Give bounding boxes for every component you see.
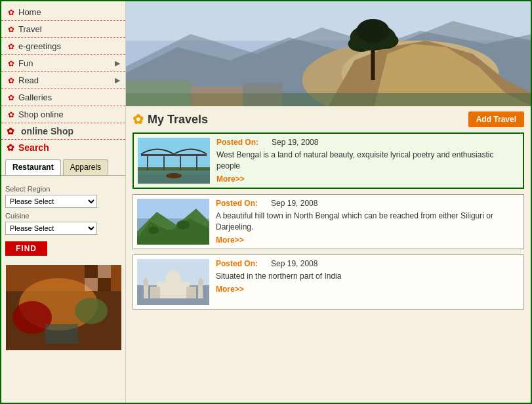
svg-rect-7 (98, 265, 111, 278)
posted-label-0: Posted On: (216, 138, 258, 147)
online-shop-icon: ✿ (7, 126, 14, 136)
cuisine-label: Cuisine (5, 212, 121, 220)
travel-desc-2: Situated in the northern part of India (216, 271, 520, 282)
more-link-1[interactable]: More>> (216, 235, 520, 245)
svg-point-22 (357, 19, 390, 43)
travel-title: ✿ My Travels (133, 111, 208, 127)
svg-point-47 (165, 270, 181, 290)
svg-rect-9 (98, 278, 111, 291)
travel-entry-1: Posted On: Sep 19, 2008 A beautiful hill… (133, 194, 524, 249)
map-svg (6, 265, 121, 350)
posted-on-row-2: Posted On: Sep 19, 2008 (216, 259, 520, 268)
nav-arrow-3: ▶ (115, 59, 120, 68)
more-link-0[interactable]: More>> (216, 174, 519, 184)
svg-point-53 (198, 278, 203, 286)
travel-desc-1: A beautiful hill town in North Bengal wh… (216, 211, 520, 233)
more-link-2[interactable]: More>> (216, 285, 520, 294)
region-label: Select Region (5, 185, 121, 193)
filter-section: Select Region Please Select Cuisine Plea… (1, 176, 125, 261)
sidebar: ✿ Home ✿ Travel ✿ e-greetings ✿ Fun ▶✿ R… (1, 1, 126, 403)
travel-entry-0: Posted On: Sep 19, 2008 West Bengal is a… (133, 132, 524, 189)
nav-item-home[interactable]: ✿ Home (1, 4, 125, 21)
nav-label-2: e-greetings (18, 41, 61, 51)
nav-arrow-4: ▶ (115, 76, 120, 85)
travel-entries: Posted On: Sep 19, 2008 West Bengal is a… (133, 132, 524, 310)
region-select[interactable]: Please Select (5, 195, 97, 208)
search-section[interactable]: ✿ Search (1, 140, 125, 155)
nav-label-3: Fun (18, 58, 33, 68)
nav-item-e-greetings[interactable]: ✿ e-greetings (1, 38, 125, 55)
svg-rect-6 (85, 265, 98, 278)
nav-label-0: Home (18, 7, 41, 17)
find-button[interactable]: FIND (5, 241, 47, 256)
search-nav-label: Search (18, 142, 49, 153)
search-nav-icon: ✿ (7, 142, 14, 153)
thumb-hills-svg (137, 199, 209, 245)
online-shop-section: ✿ online Shop (1, 123, 125, 140)
posted-on-row-0: Posted On: Sep 19, 2008 (216, 138, 519, 147)
travel-thumb-2 (137, 259, 209, 305)
travel-entry-2: Posted On: Sep 19, 2008 Situated in the … (133, 254, 524, 310)
nav-label-1: Travel (18, 24, 42, 34)
nav-icon-1: ✿ (8, 25, 14, 34)
sun-icon: ✿ (133, 111, 144, 127)
tab-apparels[interactable]: Apparels (63, 159, 108, 175)
nav-label-4: Read (18, 75, 39, 85)
travel-section: ✿ My Travels Add Travel (126, 106, 531, 320)
travel-title-text: My Travels (148, 113, 208, 127)
svg-point-51 (143, 278, 148, 286)
nav-icon-0: ✿ (8, 8, 14, 17)
travel-thumb-1 (137, 199, 209, 245)
thumb-taj-svg (137, 259, 209, 305)
travel-info-1: Posted On: Sep 19, 2008 A beautiful hill… (216, 199, 520, 245)
svg-rect-24 (126, 80, 191, 106)
svg-rect-18 (371, 47, 375, 80)
thumb-bridge-svg (138, 138, 210, 184)
nav-icon-5: ✿ (8, 93, 14, 102)
outer-wrapper: ✿ Home ✿ Travel ✿ e-greetings ✿ Fun ▶✿ R… (0, 0, 532, 404)
svg-rect-48 (150, 287, 160, 298)
posted-label-1: Posted On: (216, 199, 258, 208)
nav-icon-6: ✿ (8, 110, 14, 119)
travel-thumb-0 (138, 138, 210, 184)
nav-items-container: ✿ Home ✿ Travel ✿ e-greetings ✿ Fun ▶✿ R… (1, 4, 125, 123)
svg-rect-26 (243, 83, 283, 106)
svg-rect-8 (85, 278, 98, 291)
posted-on-row-1: Posted On: Sep 19, 2008 (216, 199, 520, 208)
nav-label-6: Shop online (18, 110, 64, 119)
nav-item-travel[interactable]: ✿ Travel (1, 21, 125, 38)
tabs-row: Restaurant Apparels (1, 155, 125, 176)
nav-label-5: Galleries (18, 92, 52, 102)
svg-rect-49 (186, 287, 196, 298)
header-banner (126, 1, 531, 106)
map-image (6, 265, 121, 350)
svg-point-36 (166, 173, 182, 178)
nav-icon-2: ✿ (8, 42, 14, 51)
add-travel-button[interactable]: Add Travel (468, 111, 524, 127)
tab-restaurant[interactable]: Restaurant (5, 159, 61, 175)
posted-date-2: Sep 19, 2008 (271, 259, 317, 268)
online-shop-label: online Shop (21, 126, 73, 136)
nav-item-shop-online[interactable]: ✿ Shop online (1, 106, 125, 123)
posted-label-2: Posted On: (216, 259, 258, 268)
svg-point-41 (148, 226, 159, 234)
nav-icon-3: ✿ (8, 59, 14, 68)
travel-info-0: Posted On: Sep 19, 2008 West Bengal is a… (216, 138, 519, 184)
content-area: ✿ My Travels Add Travel (126, 1, 531, 403)
main-layout: ✿ Home ✿ Travel ✿ e-greetings ✿ Fun ▶✿ R… (1, 1, 531, 403)
svg-point-4 (75, 298, 108, 324)
nav-item-galleries[interactable]: ✿ Galleries (1, 89, 125, 106)
svg-rect-25 (191, 87, 243, 106)
svg-point-42 (176, 220, 190, 230)
nav-item-read[interactable]: ✿ Read ▶ (1, 72, 125, 89)
banner-svg (126, 1, 531, 106)
nav-icon-4: ✿ (8, 76, 14, 85)
travel-header: ✿ My Travels Add Travel (133, 111, 524, 127)
nav-item-fun[interactable]: ✿ Fun ▶ (1, 55, 125, 72)
svg-point-43 (165, 230, 174, 236)
cuisine-select[interactable]: Please Select (5, 222, 97, 235)
travel-desc-0: West Bengal is a land of natural beauty,… (216, 150, 519, 172)
posted-date-0: Sep 19, 2008 (272, 138, 318, 147)
posted-date-1: Sep 19, 2008 (271, 199, 317, 208)
svg-rect-5 (45, 324, 78, 344)
